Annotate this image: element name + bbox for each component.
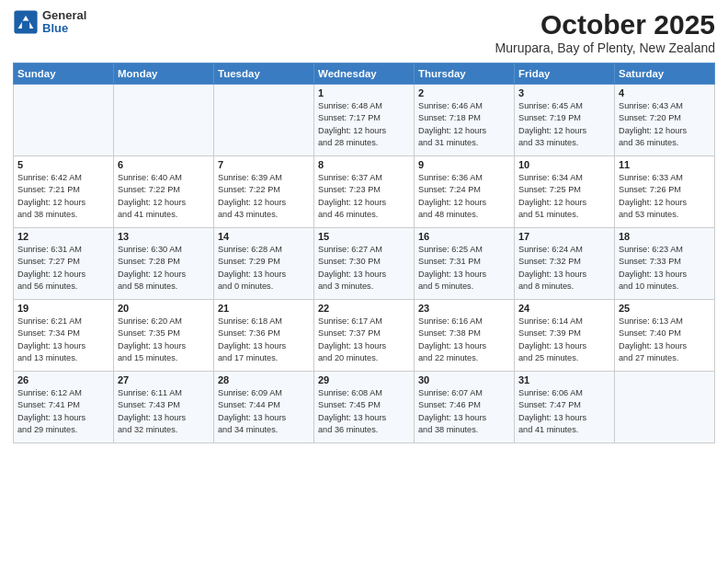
header: General Blue October 2025 Murupara, Bay … bbox=[13, 9, 715, 55]
calendar-cell: 27Sunrise: 6:11 AM Sunset: 7:43 PM Dayli… bbox=[114, 372, 214, 443]
day-number: 26 bbox=[17, 374, 109, 385]
day-info: Sunrise: 6:27 AM Sunset: 7:30 PM Dayligh… bbox=[318, 244, 410, 293]
calendar-cell: 13Sunrise: 6:30 AM Sunset: 7:28 PM Dayli… bbox=[114, 228, 214, 300]
calendar-table: SundayMondayTuesdayWednesdayThursdayFrid… bbox=[13, 63, 715, 443]
calendar-week-1: 1Sunrise: 6:48 AM Sunset: 7:17 PM Daylig… bbox=[14, 85, 715, 156]
calendar-cell: 4Sunrise: 6:43 AM Sunset: 7:20 PM Daylig… bbox=[615, 85, 715, 156]
calendar-cell: 6Sunrise: 6:40 AM Sunset: 7:22 PM Daylig… bbox=[114, 156, 214, 228]
day-info: Sunrise: 6:08 AM Sunset: 7:45 PM Dayligh… bbox=[318, 387, 410, 436]
weekday-header-thursday: Thursday bbox=[415, 63, 515, 85]
weekday-header-wednesday: Wednesday bbox=[314, 63, 415, 85]
day-number: 28 bbox=[218, 374, 310, 385]
calendar-cell: 29Sunrise: 6:08 AM Sunset: 7:45 PM Dayli… bbox=[314, 372, 415, 443]
day-number: 22 bbox=[318, 303, 410, 314]
calendar-cell: 9Sunrise: 6:36 AM Sunset: 7:24 PM Daylig… bbox=[415, 156, 515, 228]
day-info: Sunrise: 6:14 AM Sunset: 7:39 PM Dayligh… bbox=[518, 316, 610, 364]
calendar-cell: 18Sunrise: 6:23 AM Sunset: 7:33 PM Dayli… bbox=[615, 228, 715, 300]
svg-rect-2 bbox=[22, 21, 29, 29]
calendar-cell: 12Sunrise: 6:31 AM Sunset: 7:27 PM Dayli… bbox=[14, 228, 114, 300]
calendar-cell: 17Sunrise: 6:24 AM Sunset: 7:32 PM Dayli… bbox=[515, 228, 615, 300]
calendar-cell: 8Sunrise: 6:37 AM Sunset: 7:23 PM Daylig… bbox=[314, 156, 415, 228]
calendar-cell bbox=[114, 85, 214, 156]
day-number: 7 bbox=[218, 159, 310, 170]
day-info: Sunrise: 6:48 AM Sunset: 7:17 PM Dayligh… bbox=[318, 100, 410, 149]
weekday-header-saturday: Saturday bbox=[615, 63, 715, 85]
calendar-cell: 2Sunrise: 6:46 AM Sunset: 7:18 PM Daylig… bbox=[415, 85, 515, 156]
day-info: Sunrise: 6:36 AM Sunset: 7:24 PM Dayligh… bbox=[418, 172, 510, 221]
calendar-cell: 24Sunrise: 6:14 AM Sunset: 7:39 PM Dayli… bbox=[515, 300, 615, 372]
day-info: Sunrise: 6:40 AM Sunset: 7:22 PM Dayligh… bbox=[118, 172, 210, 221]
day-number: 19 bbox=[17, 303, 109, 314]
day-info: Sunrise: 6:20 AM Sunset: 7:35 PM Dayligh… bbox=[118, 316, 210, 364]
calendar-week-3: 12Sunrise: 6:31 AM Sunset: 7:27 PM Dayli… bbox=[14, 228, 715, 300]
weekday-header-row: SundayMondayTuesdayWednesdayThursdayFrid… bbox=[14, 63, 715, 85]
day-info: Sunrise: 6:34 AM Sunset: 7:25 PM Dayligh… bbox=[518, 172, 610, 221]
day-number: 3 bbox=[518, 87, 610, 98]
day-info: Sunrise: 6:28 AM Sunset: 7:29 PM Dayligh… bbox=[218, 244, 310, 293]
day-info: Sunrise: 6:11 AM Sunset: 7:43 PM Dayligh… bbox=[118, 387, 210, 436]
day-number: 11 bbox=[619, 159, 711, 170]
day-info: Sunrise: 6:18 AM Sunset: 7:36 PM Dayligh… bbox=[218, 316, 310, 364]
day-number: 10 bbox=[518, 159, 610, 170]
day-number: 9 bbox=[418, 159, 510, 170]
day-number: 2 bbox=[418, 87, 510, 98]
day-number: 17 bbox=[518, 231, 610, 242]
calendar-cell: 7Sunrise: 6:39 AM Sunset: 7:22 PM Daylig… bbox=[214, 156, 314, 228]
logo-general: General bbox=[42, 9, 86, 22]
day-number: 8 bbox=[318, 159, 410, 170]
calendar-cell: 15Sunrise: 6:27 AM Sunset: 7:30 PM Dayli… bbox=[314, 228, 415, 300]
calendar-cell: 19Sunrise: 6:21 AM Sunset: 7:34 PM Dayli… bbox=[14, 300, 114, 372]
day-number: 13 bbox=[118, 231, 210, 242]
day-number: 15 bbox=[318, 231, 410, 242]
page-title: October 2025 bbox=[495, 9, 715, 40]
calendar-cell: 20Sunrise: 6:20 AM Sunset: 7:35 PM Dayli… bbox=[114, 300, 214, 372]
weekday-header-friday: Friday bbox=[515, 63, 615, 85]
calendar-cell: 11Sunrise: 6:33 AM Sunset: 7:26 PM Dayli… bbox=[615, 156, 715, 228]
calendar-week-5: 26Sunrise: 6:12 AM Sunset: 7:41 PM Dayli… bbox=[14, 372, 715, 443]
day-number: 30 bbox=[418, 374, 510, 385]
calendar-cell: 23Sunrise: 6:16 AM Sunset: 7:38 PM Dayli… bbox=[415, 300, 515, 372]
day-number: 29 bbox=[318, 374, 410, 385]
day-number: 21 bbox=[218, 303, 310, 314]
calendar-cell: 26Sunrise: 6:12 AM Sunset: 7:41 PM Dayli… bbox=[14, 372, 114, 443]
day-number: 14 bbox=[218, 231, 310, 242]
day-info: Sunrise: 6:21 AM Sunset: 7:34 PM Dayligh… bbox=[17, 316, 109, 364]
calendar-cell: 31Sunrise: 6:06 AM Sunset: 7:47 PM Dayli… bbox=[515, 372, 615, 443]
logo: General Blue bbox=[13, 9, 86, 36]
logo-text: General Blue bbox=[42, 9, 86, 36]
day-info: Sunrise: 6:39 AM Sunset: 7:22 PM Dayligh… bbox=[218, 172, 310, 221]
day-info: Sunrise: 6:13 AM Sunset: 7:40 PM Dayligh… bbox=[619, 316, 711, 364]
day-info: Sunrise: 6:33 AM Sunset: 7:26 PM Dayligh… bbox=[619, 172, 711, 221]
calendar-cell bbox=[14, 85, 114, 156]
calendar-week-2: 5Sunrise: 6:42 AM Sunset: 7:21 PM Daylig… bbox=[14, 156, 715, 228]
weekday-header-tuesday: Tuesday bbox=[214, 63, 314, 85]
weekday-header-sunday: Sunday bbox=[14, 63, 114, 85]
day-number: 23 bbox=[418, 303, 510, 314]
calendar-cell: 16Sunrise: 6:25 AM Sunset: 7:31 PM Dayli… bbox=[415, 228, 515, 300]
day-info: Sunrise: 6:07 AM Sunset: 7:46 PM Dayligh… bbox=[418, 387, 510, 436]
day-info: Sunrise: 6:45 AM Sunset: 7:19 PM Dayligh… bbox=[518, 100, 610, 149]
day-info: Sunrise: 6:23 AM Sunset: 7:33 PM Dayligh… bbox=[619, 244, 711, 293]
day-info: Sunrise: 6:06 AM Sunset: 7:47 PM Dayligh… bbox=[518, 387, 610, 436]
calendar-cell bbox=[615, 372, 715, 443]
calendar-cell: 30Sunrise: 6:07 AM Sunset: 7:46 PM Dayli… bbox=[415, 372, 515, 443]
day-number: 1 bbox=[318, 87, 410, 98]
calendar-cell: 1Sunrise: 6:48 AM Sunset: 7:17 PM Daylig… bbox=[314, 85, 415, 156]
day-info: Sunrise: 6:37 AM Sunset: 7:23 PM Dayligh… bbox=[318, 172, 410, 221]
logo-blue: Blue bbox=[42, 22, 86, 35]
title-block: October 2025 Murupara, Bay of Plenty, Ne… bbox=[495, 9, 715, 55]
day-number: 6 bbox=[118, 159, 210, 170]
day-number: 31 bbox=[518, 374, 610, 385]
day-number: 4 bbox=[619, 87, 711, 98]
calendar-cell: 21Sunrise: 6:18 AM Sunset: 7:36 PM Dayli… bbox=[214, 300, 314, 372]
calendar-week-4: 19Sunrise: 6:21 AM Sunset: 7:34 PM Dayli… bbox=[14, 300, 715, 372]
day-number: 20 bbox=[118, 303, 210, 314]
calendar-cell: 22Sunrise: 6:17 AM Sunset: 7:37 PM Dayli… bbox=[314, 300, 415, 372]
day-number: 12 bbox=[17, 231, 109, 242]
day-info: Sunrise: 6:43 AM Sunset: 7:20 PM Dayligh… bbox=[619, 100, 711, 149]
weekday-header-monday: Monday bbox=[114, 63, 214, 85]
calendar-cell: 25Sunrise: 6:13 AM Sunset: 7:40 PM Dayli… bbox=[615, 300, 715, 372]
day-info: Sunrise: 6:31 AM Sunset: 7:27 PM Dayligh… bbox=[17, 244, 109, 293]
day-info: Sunrise: 6:09 AM Sunset: 7:44 PM Dayligh… bbox=[218, 387, 310, 436]
day-number: 16 bbox=[418, 231, 510, 242]
